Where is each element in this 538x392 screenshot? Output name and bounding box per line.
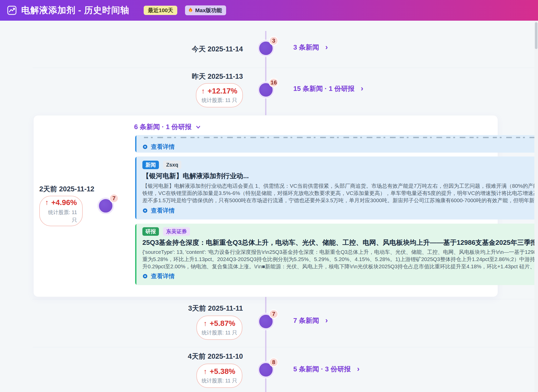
arrow-up-icon: ↑ [45, 198, 49, 207]
source-badge: Zsxq [163, 161, 181, 169]
card-accent-stripe [135, 135, 136, 153]
entry-date: 4天前 2025-11-10 [188, 352, 243, 361]
entry-summary-label: 3 条新闻 [293, 43, 319, 52]
news-body: 【银河电新】电解液添加剂行业动态电话会要点 1、供需情况：VC当前供需很紧，头部… [142, 182, 538, 204]
chevron-right-icon: › [361, 84, 363, 92]
arrow-up-icon: ↑ [203, 367, 207, 376]
news-title[interactable]: 【银河电新】电解液添加剂行业动... [142, 171, 538, 181]
change-percent: +12.17% [207, 87, 237, 95]
scrollbar-thumb[interactable] [535, 22, 537, 49]
plan-badge: Max版功能 [185, 5, 226, 15]
entry-count-badge: 3 [269, 36, 278, 45]
report-body-line: 重为5.28%，环比上升1.13pct。2024Q3-2025Q3持仓比例分别为… [142, 256, 538, 263]
source-badge: 东吴证券 [163, 227, 190, 236]
report-card: 研报 东吴证券 25Q3基金持仓深度：电新重仓Q3总体上升，电动车、光伏、储能、… [135, 224, 538, 285]
report-body-line: 升0.29pct至2.00%，钠电池、复合集流体上涨。\r\n■新能源：光伏、风… [142, 263, 538, 270]
arrow-up-icon: ↑ [203, 319, 207, 328]
change-stat-pill: ↑ +5.87% 统计股票: 11 只 [196, 316, 242, 340]
scrollbar-track[interactable] [534, 21, 538, 392]
chevron-right-icon: › [325, 316, 328, 324]
entry-date: 今天 2025-11-14 [192, 44, 243, 54]
news-body-line: 铁锂，VC在铁锂里面的添加量是3.5%-6%（特别是储能，对循环充放电次数要求更… [142, 190, 538, 197]
entry-count-badge: 16 [269, 78, 279, 87]
entry-count-badge: 8 [269, 358, 278, 367]
entry-summary-label: 5 条新闻 · 3 份研报 [293, 365, 351, 374]
report-title[interactable]: 25Q3基金持仓深度：电新重仓Q3总体上升，电动车、光伏、储能、工控、电网、风电… [142, 238, 538, 247]
news-body-line: 【银河电新】电解液添加剂行业动态电话会要点 1、供需情况：VC当前供需很紧，头部… [142, 182, 538, 190]
card-accent-stripe [135, 224, 136, 285]
clipped-text-sliver [144, 137, 538, 138]
row-divider [33, 299, 538, 299]
view-details-label: 查看详情 [151, 207, 175, 215]
news-type-badge: 新闻 [142, 161, 159, 169]
news-card-clipped: 查看详情 [135, 135, 538, 153]
entry-summary-link[interactable]: 7 条新闻 › [293, 316, 328, 325]
change-stat-pill: ↑ +12.17% 统计股票: 11 只 [196, 83, 243, 107]
report-body-line: {'sourceType': 13, 'content': '电力设备行业深度报… [142, 248, 538, 256]
eye-icon [142, 208, 148, 213]
stats-label: 统计股票: 11 只 [202, 329, 237, 336]
chevron-right-icon: › [357, 365, 359, 373]
card-badge-row: 新闻 Zsxq [142, 161, 181, 169]
card-accent-stripe [135, 156, 136, 219]
entry-summary-link[interactable]: 15 条新闻 · 1 份研报 › [293, 84, 363, 93]
change-percent: +5.38% [210, 367, 235, 376]
entry-count-badge: 7 [269, 309, 278, 319]
row-divider [33, 347, 538, 347]
view-details-link[interactable]: 查看详情 [142, 272, 175, 280]
view-details-link[interactable]: 查看详情 [142, 207, 175, 215]
view-details-label: 查看详情 [151, 143, 175, 151]
stats-label: 统计股票: 11 只 [202, 97, 237, 104]
report-type-badge: 研报 [142, 227, 159, 236]
change-percent: +5.87% [210, 319, 235, 328]
report-body: {'sourceType': 13, 'content': '电力设备行业深度报… [142, 248, 538, 270]
entry-date: 昨天 2025-11-13 [192, 72, 243, 81]
page-title: 电解液添加剂 - 历史时间轴 [21, 4, 129, 16]
entry-summary-label: 7 条新闻 [293, 316, 319, 325]
news-card: 新闻 Zsxq 【银河电新】电解液添加剂行业动... 【银河电新】电解液添加剂行… [135, 156, 538, 219]
date-range-badge: 最近100天 [144, 6, 177, 15]
entry-summary-label: 15 条新闻 · 1 份研报 [293, 84, 355, 93]
entry-date: 2天前 2025-11-12 [39, 184, 94, 194]
history-timeline-page: 电解液添加剂 - 历史时间轴 最近100天 Max版功能 今天 2025-11-… [0, 0, 538, 392]
view-details-label: 查看详情 [151, 272, 175, 280]
stats-label: 统计股票: 11 只 [45, 208, 77, 224]
line-chart-icon [7, 5, 17, 15]
card-badge-row: 研报 东吴证券 [142, 227, 190, 236]
expanded-summary-label: 6 条新闻 · 1 份研报 [134, 122, 191, 131]
plan-badge-label: Max版功能 [195, 7, 222, 13]
stats-label: 统计股票: 11 只 [202, 377, 237, 384]
chevron-down-icon [195, 124, 201, 130]
entry-count-badge: 7 [109, 194, 119, 203]
entry-date: 3天前 2025-11-11 [188, 304, 243, 313]
entry-summary-link[interactable]: 5 条新闻 · 3 份研报 › [293, 365, 359, 374]
entry-summary-link[interactable]: 3 条新闻 › [293, 43, 328, 52]
fire-icon [188, 7, 193, 14]
eye-icon [142, 273, 148, 279]
chevron-right-icon: › [325, 43, 328, 51]
row-divider [33, 68, 538, 68]
change-percent: +4.96% [51, 198, 77, 207]
view-details-link[interactable]: 查看详情 [142, 143, 175, 151]
page-header: 电解液添加剂 - 历史时间轴 最近100天 Max版功能 [0, 0, 538, 21]
change-stat-pill: ↑ +5.38% 统计股票: 11 只 [196, 364, 242, 388]
arrow-up-icon: ↑ [201, 87, 205, 95]
expanded-summary-toggle[interactable]: 6 条新闻 · 1 份研报 [134, 122, 201, 131]
change-stat-pill: ↑ +4.96% 统计股票: 11 只 [39, 196, 83, 226]
eye-icon [142, 144, 148, 150]
news-body-line: 差不多1.5万吨是给宁德保供的，只有5000吨在市场进行流通，宁德也还要外采3.… [142, 197, 538, 204]
